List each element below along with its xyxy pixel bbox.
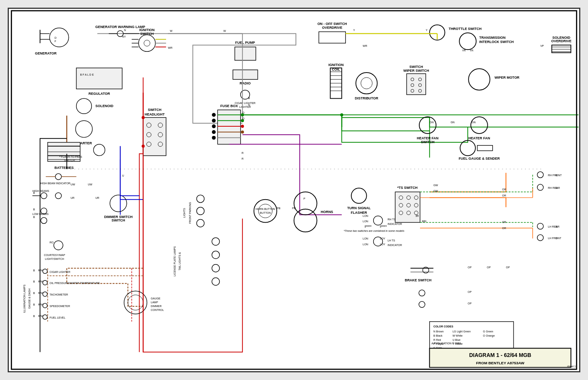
svg-text:GW: GW: [434, 184, 438, 187]
svg-text:LICENSE PLATE LAMPS: LICENSE PLATE LAMPS: [173, 246, 176, 276]
horns-label: HORNS: [321, 210, 333, 214]
svg-text:R/W: R/W: [38, 280, 43, 283]
svg-text:COLOR CODES: COLOR CODES: [434, 325, 453, 328]
svg-text:LON: LON: [363, 243, 368, 246]
publisher-info: A PUBLICATION © 2003: [432, 342, 461, 345]
svg-text:G  Green: G Green: [483, 330, 493, 333]
svg-text:YR: YR: [470, 49, 473, 52]
svg-text:UR: UR: [71, 197, 75, 199]
svg-point-59: [212, 113, 216, 117]
svg-text:F: F: [55, 40, 56, 43]
lh-ts-label: LH TS: [387, 239, 395, 242]
svg-text:GN: GN: [430, 121, 434, 124]
svg-text:OR: OR: [502, 221, 506, 223]
generator-label: GENERATOR: [35, 51, 57, 55]
svg-text:GW: GW: [434, 190, 438, 192]
fuel-pump: FUEL PUMP: [235, 41, 256, 60]
svg-text:R/W: R/W: [38, 303, 43, 306]
svg-text:NY: NY: [122, 35, 126, 38]
solenoid-label: SOLENOID: [95, 104, 113, 108]
svg-text:OIL PRESSURE/WATER TEMPERATURE: OIL PRESSURE/WATER TEMPERATURE: [50, 282, 100, 284]
svg-text:B: B: [556, 225, 558, 228]
dimmer-switch-label: DIMMER SWITCH: [104, 215, 133, 219]
svg-text:LG Light Green: LG Light Green: [452, 330, 471, 333]
svg-text:ILLUMINATION LAMPS: ILLUMINATION LAMPS: [23, 284, 26, 313]
overdrive-switch-label: OVERDRIVE: [322, 26, 342, 30]
svg-text:YR: YR: [462, 49, 466, 52]
overdrive-solenoid-label: OVERDRIVE: [551, 39, 571, 43]
svg-text:OR: OR: [502, 188, 506, 191]
svg-text:SOLENOID: SOLENOID: [552, 36, 570, 40]
svg-text:GN: GN: [450, 121, 454, 124]
wiper-switch-label: WIPER SWITCH: [403, 69, 429, 73]
svg-rect-64: [235, 47, 256, 60]
svg-text:B: B: [556, 237, 558, 240]
svg-text:GAUGE & DASH: GAUGE & DASH: [28, 289, 31, 309]
svg-text:OP: OP: [468, 266, 472, 269]
svg-text:B: B: [248, 97, 250, 99]
svg-text:Y: Y: [353, 29, 355, 31]
svg-text:B F A L D E: B F A L D E: [80, 73, 94, 76]
svg-text:OP: OP: [468, 291, 472, 293]
svg-point-270: [142, 145, 145, 148]
svg-text:SWITCH: SWITCH: [148, 108, 161, 112]
svg-text:OP: OP: [468, 302, 472, 305]
title-box: DIAGRAM 1 - 62/64 MGB FROM BENTLEY A8753…: [430, 348, 571, 367]
svg-text:N  Brown: N Brown: [434, 330, 444, 333]
svg-point-264: [241, 113, 244, 116]
transmission-label: TRANSMISSION: [479, 36, 506, 40]
svg-text:R: R: [242, 157, 244, 160]
svg-text:N: N: [124, 29, 126, 31]
heater-fan-label: HEATER FAN: [468, 136, 490, 140]
svg-text:INDICATOR: INDICATOR: [387, 244, 402, 246]
svg-text:3R: 3R: [415, 215, 419, 217]
svg-point-62: [212, 130, 216, 134]
svg-text:W: W: [223, 30, 226, 32]
svg-text:PB: PB: [277, 207, 281, 210]
wiper-motor-label: WIPER MOTOR: [495, 76, 520, 79]
ignition-coil-label: IGNITION: [328, 63, 344, 67]
svg-text:SWITCH": SWITCH": [64, 159, 76, 162]
svg-text:WR: WR: [363, 45, 367, 47]
svg-text:P: P: [304, 197, 306, 200]
svg-text:R: R: [242, 152, 244, 154]
svg-text:PB: PB: [292, 207, 296, 210]
svg-text:OP: OP: [506, 266, 510, 269]
radio-label: RADIO: [239, 81, 251, 85]
svg-text:B: B: [33, 192, 35, 194]
wiring-diagram: D F GENERATOR GENERATOR WARNING LAMP IGN…: [8, 8, 580, 372]
svg-text:SWITCH: SWITCH: [111, 218, 125, 222]
svg-text:DIMMER: DIMMER: [151, 305, 161, 307]
svg-point-265: [241, 119, 244, 122]
svg-text:B: B: [33, 216, 35, 218]
ts-switch-label: *TS SWITCH: [397, 186, 418, 190]
svg-text:green: green: [365, 225, 372, 228]
svg-text:B: B: [33, 280, 35, 283]
svg-text:BRI: BRI: [422, 220, 427, 223]
svg-text:LON: LON: [363, 237, 368, 240]
svg-text:FUEL LEVEL: FUEL LEVEL: [50, 316, 65, 319]
throttle-switch-label: THROTTLE SWITCH: [448, 27, 481, 31]
rh-ts-label: RH TS: [387, 218, 395, 221]
lh-rear-label: LH REAR: [548, 225, 560, 228]
svg-text:LOY: LOY: [380, 237, 385, 240]
svg-text:B: B: [33, 315, 35, 317]
wiper-switch: WIPER SWITCH SWITCH: [403, 65, 429, 95]
courtesy-map-label: COURTESY/MAP: [44, 254, 65, 256]
svg-text:UW: UW: [71, 183, 75, 186]
svg-text:SPEEDOMETER: SPEEDOMETER: [50, 305, 70, 307]
svg-text:W: W: [170, 30, 173, 32]
svg-text:LON: LON: [363, 215, 368, 217]
svg-point-267: [241, 125, 244, 128]
svg-text:D: D: [55, 36, 56, 39]
front-parking-label: FRONT PARKING: [189, 202, 191, 223]
svg-rect-65: [233, 70, 258, 79]
svg-point-61: [212, 124, 216, 128]
svg-text:SWITCH: SWITCH: [421, 140, 434, 144]
svg-text:CIGAR LIGHTER: CIGAR LIGHTER: [50, 271, 70, 273]
svg-point-268: [241, 131, 244, 134]
svg-text:R/W: R/W: [38, 269, 43, 272]
svg-text:LAMP: LAMP: [151, 301, 158, 304]
svg-text:UR: UR: [95, 197, 99, 199]
svg-text:GN: GN: [472, 121, 475, 124]
